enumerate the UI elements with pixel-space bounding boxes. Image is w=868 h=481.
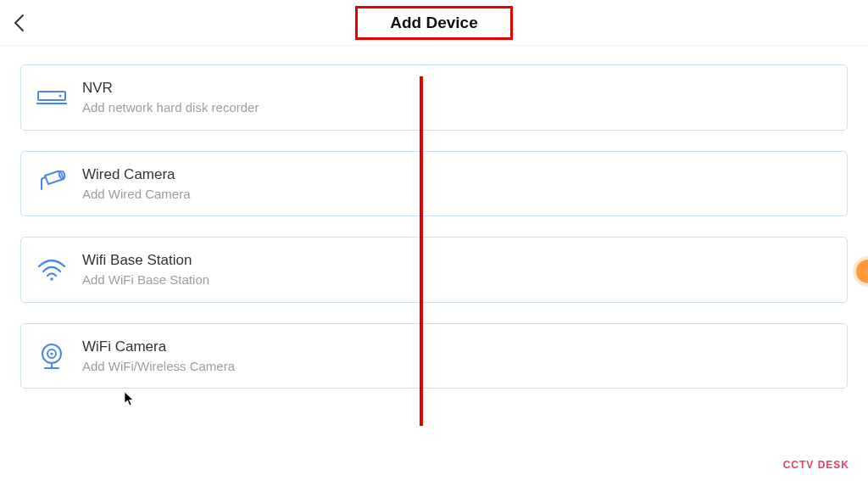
device-option-wifi-camera[interactable]: WiFi Camera Add WiFi/Wireless Camera	[20, 323, 848, 389]
device-option-title: WiFi Camera	[82, 338, 235, 356]
wifi-camera-icon	[36, 341, 67, 372]
device-option-title: Wifi Base Station	[82, 251, 209, 270]
title-annotation-box: Add Device	[355, 6, 512, 40]
back-chevron-icon	[12, 14, 27, 32]
page-title: Add Device	[390, 14, 477, 31]
device-option-wired-camera[interactable]: Wired Camera Add Wired Camera	[20, 151, 848, 217]
watermark-text: CCTV DESK	[783, 459, 849, 471]
device-option-nvr[interactable]: NVR Add network hard disk recorder	[20, 64, 848, 131]
svg-point-7	[50, 352, 53, 355]
wired-camera-icon	[36, 168, 67, 199]
mouse-cursor-icon	[124, 391, 136, 410]
device-type-list: NVR Add network hard disk recorder Wired…	[0, 46, 868, 389]
device-option-subtitle: Add network hard disk recorder	[82, 99, 259, 116]
device-option-text: Wired Camera Add Wired Camera	[82, 165, 191, 203]
header: Add Device	[0, 0, 868, 46]
device-option-text: WiFi Camera Add WiFi/Wireless Camera	[82, 338, 235, 375]
device-option-subtitle: Add WiFi/Wireless Camera	[82, 358, 235, 375]
device-option-subtitle: Add WiFi Base Station	[82, 271, 209, 288]
device-option-subtitle: Add Wired Camera	[82, 186, 191, 203]
svg-point-1	[59, 94, 62, 97]
wifi-icon	[36, 254, 67, 285]
device-option-text: Wifi Base Station Add WiFi Base Station	[82, 251, 209, 288]
back-button[interactable]	[12, 14, 27, 36]
device-option-title: NVR	[82, 79, 259, 98]
device-option-wifi-base-station[interactable]: Wifi Base Station Add WiFi Base Station	[20, 237, 848, 303]
device-option-title: Wired Camera	[82, 165, 191, 184]
nvr-icon	[36, 82, 67, 113]
svg-point-4	[50, 277, 53, 281]
device-option-text: NVR Add network hard disk recorder	[82, 79, 259, 116]
